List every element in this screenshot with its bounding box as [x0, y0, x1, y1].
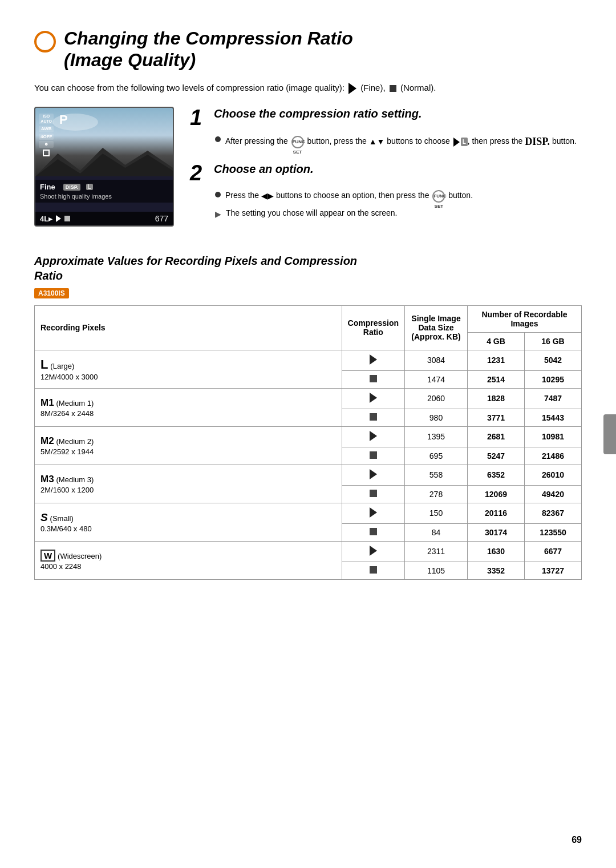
normal-square-table-icon: [370, 375, 377, 382]
gb4-fine-cell: 1630: [468, 541, 525, 562]
pixel-label-cell: L (Large)12M/4000 x 3000: [35, 350, 342, 388]
bullet-arrow-icon: ▶: [215, 208, 221, 220]
section-heading-line2: Ratio: [34, 269, 63, 282]
flash-icon: 4OFF: [39, 134, 54, 140]
pixel-size-label: W: [40, 550, 55, 562]
datasize-fine-cell: 558: [405, 465, 468, 485]
table-row: M2 (Medium 2)5M/2592 x 19441395268110981: [35, 426, 582, 447]
bullet-dot-icon: [215, 136, 221, 142]
disp-btn: DISP.: [63, 184, 80, 191]
compression-fine-cell: [342, 426, 404, 447]
step-2-bullet-1: Press the ◀▶ buttons to choose an option…: [215, 189, 582, 202]
main-content-area: ISOAUTO AWB 4OFF ☻ P Fine DISP. L Shoot …: [34, 107, 582, 232]
compression-fine-cell: [342, 350, 404, 370]
camera-background: [35, 108, 173, 176]
intro-paragraph: You can choose from the following two le…: [34, 82, 582, 95]
fine-triangle-table-icon: [370, 469, 377, 479]
section-icon: [34, 31, 56, 53]
normal-square-table-icon: [370, 566, 377, 574]
camera-mountain-svg: [35, 142, 173, 176]
table-row: L (Large)12M/4000 x 3000308412315042: [35, 350, 582, 370]
table-row: W (Widescreen)4000 x 2248231116306677: [35, 541, 582, 562]
pixel-label-cell: M1 (Medium 1)8M/3264 x 2448: [35, 388, 342, 426]
th-recordable-images: Number of Recordable Images: [468, 305, 582, 332]
title-line2: (Image Quality): [64, 50, 196, 70]
compression-normal-cell: [342, 485, 404, 503]
gb16-fine-cell: 10981: [525, 426, 582, 447]
datasize-fine-cell: 2311: [405, 541, 468, 562]
model-badge: A3100IS: [34, 288, 69, 298]
gb4-normal-cell: 12069: [468, 485, 525, 503]
gb16-normal-cell: 10295: [525, 370, 582, 388]
fine-triangle-icon: [56, 215, 61, 222]
datasize-normal-cell: 1105: [405, 562, 468, 579]
pixel-label-cell: M3 (Medium 3)2M/1600 x 1200: [35, 465, 342, 503]
step-2-bullet-1-text: Press the ◀▶ buttons to choose an option…: [225, 189, 473, 202]
gb16-fine-cell: 26010: [525, 465, 582, 485]
lr-arrows-icon: ◀▶: [261, 191, 274, 200]
datasize-normal-cell: 84: [405, 523, 468, 541]
fine-triangle-table-icon: [370, 393, 377, 403]
compression-fine-cell: [342, 388, 404, 409]
shoot-text: Shoot high quality images: [40, 193, 168, 200]
step-1-bullets: After pressing the FUNCSET button, press…: [215, 134, 582, 150]
normal-square-table-icon: [370, 413, 377, 421]
func-button-icon: FUNCSET: [291, 136, 304, 148]
gb16-normal-cell: 49420: [525, 485, 582, 503]
step-1-bullet-1: After pressing the FUNCSET button, press…: [215, 134, 582, 150]
step-2-bullet-2-text: The setting you chose will appear on the…: [226, 207, 397, 219]
pixel-size-label: M1: [40, 397, 54, 408]
sidebar-tab: [603, 414, 616, 454]
datasize-normal-cell: 278: [405, 485, 468, 503]
gb16-normal-cell: 13727: [525, 562, 582, 579]
gb4-fine-cell: 1828: [468, 388, 525, 409]
datasize-normal-cell: 980: [405, 409, 468, 426]
compression-fine-cell: [342, 503, 404, 523]
steps-area: 1 Choose the compression ratio setting. …: [190, 107, 582, 232]
gb16-fine-cell: 6677: [525, 541, 582, 562]
step-2-bullet-2: ▶ The setting you chose will appear on t…: [215, 207, 582, 220]
table-body: L (Large)12M/4000 x 30003084123150421474…: [35, 350, 582, 579]
gb16-fine-cell: 5042: [525, 350, 582, 370]
normal-square-table-icon: [370, 451, 377, 459]
bullet-dot-icon-2: [215, 192, 221, 197]
step-2: 2 Choose an option. Press the ◀▶ buttons…: [190, 162, 582, 220]
up-down-arrows-icon: ▲▼: [369, 137, 385, 146]
intro-text: You can choose from the following two le…: [34, 83, 345, 92]
table-row: S (Small)0.3M/640 x 4801502011682367: [35, 503, 582, 523]
gb16-fine-cell: 7487: [525, 388, 582, 409]
th-16gb: 16 GB: [525, 332, 582, 350]
th-compression-ratio: Compression Ratio: [342, 305, 404, 350]
quality-row: Fine DISP. L: [40, 183, 168, 191]
gb4-fine-cell: 6352: [468, 465, 525, 485]
bracket-icon: [43, 150, 50, 156]
gb4-normal-cell: 5247: [468, 447, 525, 465]
step-1-bullet-1-text: After pressing the FUNCSET button, press…: [225, 134, 577, 150]
func-button-icon-2: FUNCSET: [432, 190, 445, 203]
th-single-image: Single Image Data Size (Approx. KB): [405, 305, 468, 350]
quality-label: Fine: [40, 183, 55, 191]
normal-label: (Normal).: [400, 83, 436, 92]
normal-square-table-icon: [370, 528, 377, 535]
gb16-fine-cell: 82367: [525, 503, 582, 523]
recording-pixels-table: Recording Pixels Compression Ratio Singl…: [34, 305, 582, 580]
awb-icon: AWB: [39, 126, 54, 132]
section-heading-line1: Approximate Values for Recording Pixels …: [34, 255, 357, 267]
size-indicator: 4L▸: [40, 215, 52, 223]
normal-square-icon: [64, 216, 70, 221]
compression-normal-cell: [342, 562, 404, 579]
datasize-normal-cell: 695: [405, 447, 468, 465]
step-2-header: 2 Choose an option.: [190, 162, 582, 184]
fine-triangle-table-icon: [370, 546, 377, 556]
gb4-normal-cell: 3352: [468, 562, 525, 579]
pixel-label-cell: S (Small)0.3M/640 x 480: [35, 503, 342, 541]
gb4-normal-cell: 2514: [468, 370, 525, 388]
pixel-label-cell: W (Widescreen)4000 x 2248: [35, 541, 342, 579]
gb16-normal-cell: 21486: [525, 447, 582, 465]
disp-text-icon: DISP.: [525, 136, 550, 147]
gb16-normal-cell: 15443: [525, 409, 582, 426]
step-1-title: Choose the compression ratio setting.: [214, 107, 422, 121]
datasize-fine-cell: 2060: [405, 388, 468, 409]
pixel-label-cell: M2 (Medium 2)5M/2592 x 1944: [35, 426, 342, 465]
step-2-title: Choose an option.: [214, 162, 313, 176]
